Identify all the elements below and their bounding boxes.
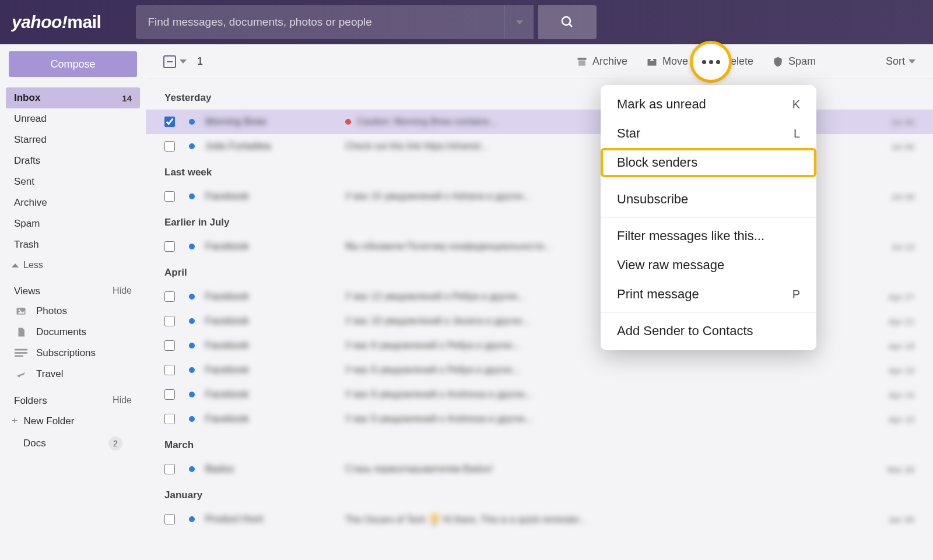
folder-label: Inbox: [14, 92, 40, 104]
row-checkbox[interactable]: [164, 316, 175, 326]
message-subject: Стань первооткрывателем Badoo!: [345, 464, 868, 474]
menu-item-print-message[interactable]: Print messageP: [601, 280, 816, 309]
svg-point-0: [562, 17, 570, 25]
menu-item-block-senders[interactable]: Block senders: [601, 148, 816, 177]
row-checkbox[interactable]: [164, 389, 175, 400]
message-date: Apr 18: [868, 341, 914, 351]
row-checkbox[interactable]: [164, 340, 175, 351]
folders-hide-toggle[interactable]: Hide: [113, 395, 132, 407]
sidebar-folder-spam[interactable]: Spam: [6, 213, 140, 234]
sidebar-folder-starred[interactable]: Starred: [6, 129, 140, 150]
sidebar-folder-sent[interactable]: Sent: [6, 171, 140, 192]
message-date: Jul 26: [868, 192, 914, 202]
message-row[interactable]: BadooСтань первооткрывателем Badoo!Mar 3…: [146, 457, 933, 481]
sidebar-folder-archive[interactable]: Archive: [6, 192, 140, 213]
context-menu: Mark as unreadKStarLBlock sendersUnsubsc…: [601, 85, 816, 350]
message-sender: Badoo: [205, 463, 345, 475]
message-date: Apr 10: [868, 414, 914, 424]
menu-item-label: Print message: [617, 287, 699, 302]
folders-heading: Folders Hide: [6, 385, 140, 410]
row-checkbox[interactable]: [164, 117, 175, 127]
message-sender: Morning Brew: [205, 116, 345, 128]
move-button[interactable]: Move: [646, 55, 688, 68]
message-row[interactable]: FacebookУ вас 9 уведомлений о Andressa и…: [146, 382, 933, 407]
view-subscriptions[interactable]: Subscriptions: [6, 343, 140, 364]
row-checkbox[interactable]: [164, 514, 175, 524]
group-label: March: [146, 431, 933, 457]
search-dropdown[interactable]: [504, 5, 534, 39]
folder-label: Archive: [14, 197, 47, 209]
unread-dot-icon: [189, 416, 195, 422]
folder-label: Unread: [14, 113, 47, 125]
main-pane: 1 Archive Move Delete Spam Sort: [146, 44, 933, 560]
more-dots-icon: [702, 60, 720, 64]
message-row[interactable]: Product HuntThe Oscars of Tech 🏆 Hi ther…: [146, 507, 933, 531]
menu-item-label: View raw message: [617, 258, 724, 273]
message-date: Jul 30: [868, 142, 914, 152]
unread-dot-icon: [189, 343, 195, 348]
search-input[interactable]: [136, 5, 504, 39]
view-photos[interactable]: Photos: [6, 301, 140, 322]
menu-item-label: Star: [617, 126, 640, 141]
message-date: Apr 21: [868, 316, 914, 326]
unread-dot-icon: [189, 193, 195, 199]
menu-item-filter-messages-like-this[interactable]: Filter messages like this...: [601, 221, 816, 251]
menu-item-label: Add Sender to Contacts: [617, 323, 753, 339]
unread-dot-icon: [189, 466, 195, 472]
message-date: Apr 15: [868, 365, 914, 375]
message-sender: Julia Furtadtea: [205, 140, 345, 152]
spam-button[interactable]: Spam: [772, 55, 816, 68]
row-checkbox[interactable]: [164, 414, 175, 424]
sidebar-folder-inbox[interactable]: Inbox14: [6, 87, 140, 108]
subs-icon: [14, 348, 28, 358]
menu-item-view-raw-message[interactable]: View raw message: [601, 251, 816, 280]
message-row[interactable]: FacebookУ вас 9 уведомлений о Ребра и др…: [146, 358, 933, 382]
menu-item-star[interactable]: StarL: [601, 119, 816, 148]
search-button[interactable]: [538, 5, 597, 39]
sidebar-folder-trash[interactable]: Trash: [6, 234, 140, 255]
new-folder-button[interactable]: + New Folder: [6, 410, 140, 432]
views-hide-toggle[interactable]: Hide: [113, 286, 132, 297]
menu-item-add-sender-to-contacts[interactable]: Add Sender to Contacts: [601, 316, 816, 346]
select-all-control[interactable]: 1: [163, 55, 203, 68]
message-date: Apr 27: [868, 292, 914, 302]
search-icon: [560, 15, 574, 29]
search-bar: [136, 5, 597, 39]
row-checkbox[interactable]: [164, 191, 175, 202]
sidebar-folder-unread[interactable]: Unread: [6, 108, 140, 129]
shield-icon: [772, 56, 784, 68]
unread-dot-icon: [189, 294, 195, 300]
message-subject: У вас 9 уведомлений о Andressa и других.…: [345, 414, 868, 424]
message-subject: The Oscars of Tech 🏆 Hi there, This is a…: [345, 514, 868, 525]
user-folder-docs[interactable]: Docs2: [6, 432, 140, 455]
menu-shortcut: P: [792, 288, 800, 301]
row-checkbox[interactable]: [164, 365, 175, 375]
menu-shortcut: K: [792, 98, 800, 111]
menu-item-unsubscribe[interactable]: Unsubscribe: [601, 185, 816, 214]
svg-rect-8: [577, 58, 586, 59]
sidebar-less-toggle[interactable]: Less: [6, 255, 140, 275]
message-row[interactable]: FacebookУ вас 9 уведомлений о Andressa и…: [146, 407, 933, 431]
view-label: Travel: [36, 368, 64, 380]
archive-button[interactable]: Archive: [576, 55, 627, 68]
compose-button[interactable]: Compose: [9, 51, 137, 77]
unread-dot-icon: [189, 244, 195, 249]
sort-button[interactable]: Sort: [886, 55, 916, 68]
svg-rect-6: [15, 352, 27, 354]
view-travel[interactable]: Travel: [6, 364, 140, 385]
message-subject: У вас 9 уведомлений о Ребра и других...: [345, 365, 868, 375]
unread-dot-icon: [189, 143, 195, 149]
view-label: Photos: [36, 305, 67, 317]
view-label: Subscriptions: [36, 347, 96, 359]
row-checkbox[interactable]: [164, 141, 175, 152]
row-checkbox[interactable]: [164, 291, 175, 302]
menu-item-label: Unsubscribe: [617, 192, 688, 207]
view-documents[interactable]: Documents: [6, 322, 140, 343]
menu-item-label: Mark as unread: [617, 97, 706, 112]
row-checkbox[interactable]: [164, 241, 175, 252]
row-checkbox[interactable]: [164, 464, 175, 474]
photo-icon: [14, 305, 28, 317]
more-actions-button[interactable]: [690, 41, 732, 83]
sidebar-folder-drafts[interactable]: Drafts: [6, 150, 140, 171]
menu-item-mark-as-unread[interactable]: Mark as unreadK: [601, 90, 816, 119]
